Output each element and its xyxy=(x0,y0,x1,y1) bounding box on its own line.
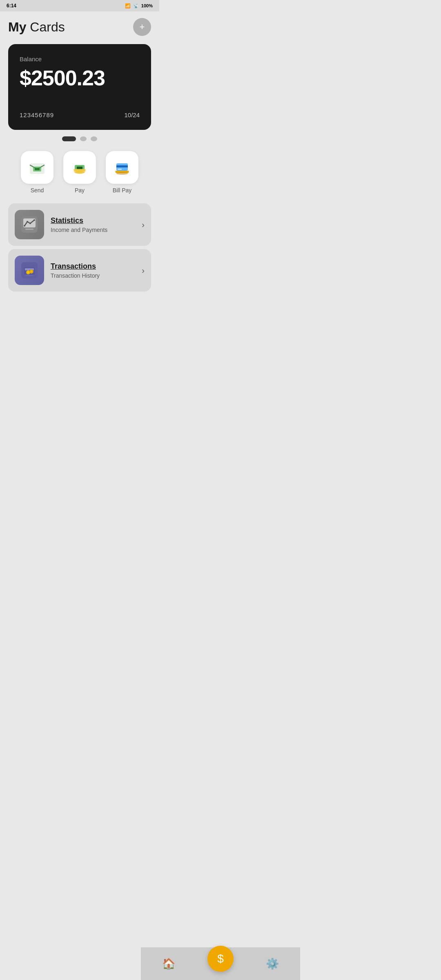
dot-3[interactable] xyxy=(91,136,97,141)
svg-point-6 xyxy=(75,171,85,174)
balance-label: Balance xyxy=(20,56,140,62)
svg-rect-8 xyxy=(116,165,128,167)
header: My Cards + xyxy=(8,18,151,36)
main-content: My Cards + Balance $2500.23 123456789 10… xyxy=(0,11,159,332)
action-billpay[interactable]: Bill Pay xyxy=(106,151,138,194)
transactions-title: Transactions xyxy=(51,262,135,271)
dot-1[interactable] xyxy=(62,136,76,141)
title-cards: Cards xyxy=(30,20,65,34)
balance-amount: $2500.23 xyxy=(20,66,140,90)
card-number: 123456789 xyxy=(20,111,54,118)
svg-rect-17 xyxy=(25,229,33,230)
statistics-icon xyxy=(19,214,40,235)
billpay-label: Bill Pay xyxy=(113,187,132,194)
svg-point-13 xyxy=(24,225,25,227)
statistics-text: Statistics Income and Payments xyxy=(51,216,135,233)
card-footer: 123456789 10/24 xyxy=(20,111,140,118)
transactions-icon xyxy=(19,260,40,281)
page-title: My Cards xyxy=(8,20,65,35)
pay-icon xyxy=(70,158,89,177)
statistics-title: Statistics xyxy=(51,216,135,225)
credit-card: Balance $2500.23 123456789 10/24 xyxy=(8,44,151,130)
actions-row: Send Pay xyxy=(8,151,151,194)
svg-rect-2 xyxy=(35,168,40,170)
card-dots xyxy=(8,136,151,141)
svg-point-24 xyxy=(27,271,29,274)
status-icons: 📶 📡 100% xyxy=(125,3,153,9)
billpay-icon xyxy=(112,158,132,177)
action-pay[interactable]: Pay xyxy=(63,151,96,194)
transactions-subtitle: Transaction History xyxy=(51,272,135,279)
signal-icon: 📡 xyxy=(133,3,139,9)
statistics-icon-box xyxy=(15,210,44,239)
svg-rect-9 xyxy=(118,169,122,170)
svg-point-16 xyxy=(33,219,35,221)
transactions-menu-item[interactable]: Transactions Transaction History › xyxy=(8,249,151,292)
send-icon-box xyxy=(21,151,53,184)
transactions-chevron: › xyxy=(142,266,145,275)
svg-point-25 xyxy=(30,270,33,273)
card-expiry: 10/24 xyxy=(124,111,140,118)
transactions-icon-box xyxy=(15,256,44,285)
svg-rect-5 xyxy=(77,167,82,169)
pay-icon-box xyxy=(63,151,96,184)
statistics-menu-item[interactable]: Statistics Income and Payments › xyxy=(8,203,151,246)
menu-list: Statistics Income and Payments › xyxy=(8,203,151,292)
transactions-text: Transactions Transaction History xyxy=(51,262,135,279)
action-send[interactable]: Send xyxy=(21,151,53,194)
status-bar: 6:14 📶 📡 100% xyxy=(0,0,159,11)
send-icon xyxy=(27,158,47,177)
add-card-button[interactable]: + xyxy=(133,18,151,36)
pay-label: Pay xyxy=(75,187,85,194)
svg-point-14 xyxy=(27,221,28,223)
dot-2[interactable] xyxy=(80,136,87,141)
statistics-chevron: › xyxy=(142,220,145,229)
svg-point-15 xyxy=(29,223,31,224)
card-container: Balance $2500.23 123456789 10/24 xyxy=(8,44,151,130)
send-label: Send xyxy=(31,187,44,194)
wifi-icon: 📶 xyxy=(125,3,131,9)
svg-point-10 xyxy=(116,172,128,175)
status-time: 6:14 xyxy=(7,3,16,9)
billpay-icon-box xyxy=(106,151,138,184)
battery-indicator: 100% xyxy=(141,3,153,8)
title-my: My xyxy=(8,20,26,34)
statistics-subtitle: Income and Payments xyxy=(51,227,135,233)
